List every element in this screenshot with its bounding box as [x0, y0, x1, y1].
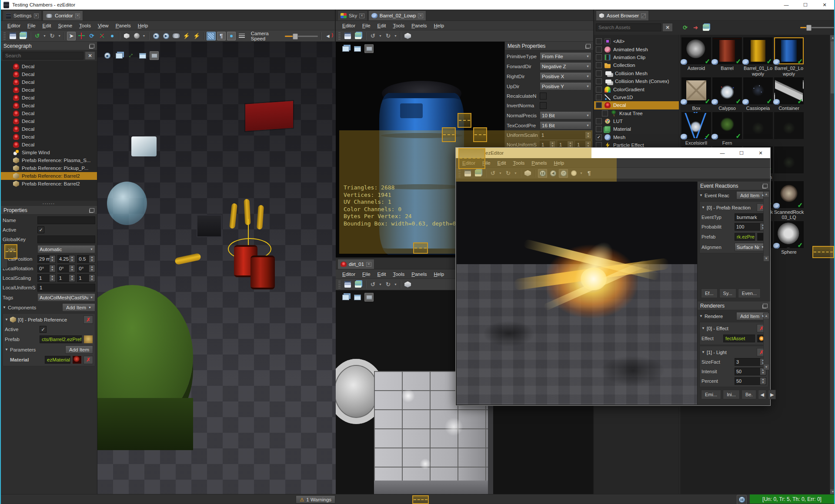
transform-all-icon[interactable]: ⟳	[681, 23, 690, 32]
tab-events[interactable]: Even...	[738, 288, 761, 298]
asset-card[interactable]: ✓Barrel_01_Lowpoly	[743, 37, 773, 76]
type-filter-checkbox[interactable]	[596, 94, 602, 100]
number-spinner[interactable]: 3▲▼	[735, 358, 766, 366]
number-spinner[interactable]: 100▲▼	[735, 223, 766, 231]
save-icon[interactable]	[343, 32, 352, 40]
scenegraph-item[interactable]: Prefab Reference: Barrel2	[1, 180, 97, 188]
property-dropdown[interactable]: 10 Bit▼	[540, 111, 591, 119]
menu-panels[interactable]: Panels	[408, 271, 430, 278]
tab-scroll-left-icon[interactable]: ◀	[758, 390, 766, 399]
pause-simulation-icon[interactable]	[538, 169, 547, 178]
menu-file[interactable]: File	[24, 22, 39, 29]
menu-help[interactable]: Help	[431, 22, 447, 29]
number-spinner[interactable]: 29 m▲▼	[37, 255, 56, 263]
select-tool-icon[interactable]: ➤	[67, 32, 76, 40]
asset-card[interactable]: ✓Box	[681, 77, 711, 111]
number-spinner[interactable]: 1▲▼	[57, 274, 76, 282]
scenegraph-item[interactable]: Decal	[1, 94, 97, 102]
undo-dropdown-icon[interactable]: ▼	[499, 172, 502, 175]
export-image-icon[interactable]	[353, 293, 362, 302]
menu-file[interactable]: File	[359, 22, 374, 29]
menu-edit[interactable]: Edit	[494, 159, 509, 166]
property-dropdown[interactable]: From File▼	[540, 52, 591, 60]
scenegraph-panel-header[interactable]: Scenegraph	[1, 42, 97, 50]
material-asset-field[interactable]: ezMaterialAsset	[45, 356, 70, 364]
visualizers-toggle-icon[interactable]: ¶	[217, 32, 226, 40]
mesh-properties-header[interactable]: Mesh Properties	[505, 42, 593, 50]
tab-initializer[interactable]: Ini...	[723, 390, 740, 399]
scenegraph-item[interactable]: Decal	[1, 109, 97, 117]
loop-simulation-icon[interactable]: ⟳	[559, 169, 568, 178]
status-pause-icon[interactable]	[737, 495, 747, 504]
type-filter-checkbox[interactable]	[596, 78, 602, 84]
asset-reference-field[interactable]: rk.ezPrefab	[735, 233, 755, 241]
redo-dropdown-icon[interactable]: ▼	[58, 34, 61, 37]
save-icon[interactable]	[8, 32, 17, 40]
asset-card[interactable]: ✓ExcelsiorII	[681, 112, 711, 146]
shape-icons-toggle-icon[interactable]	[227, 32, 236, 40]
tab-system[interactable]: Sy...	[719, 288, 736, 298]
collapse-caret-icon[interactable]: ▼	[3, 305, 6, 309]
spinner-arrows-icon[interactable]: ▲▼	[89, 265, 95, 272]
group-header[interactable]: ▼ [0] - Prefab Reaction ✗	[700, 202, 768, 212]
thumbnail-size-slider[interactable]	[800, 24, 834, 31]
toolbar-grip[interactable]	[458, 169, 461, 177]
asset-type-item[interactable]: Collision Mesh	[594, 70, 679, 77]
scroll-up-icon[interactable]: ▲	[830, 35, 835, 40]
scenegraph-item[interactable]: Prefab Reference: Plasma_S...	[1, 156, 97, 164]
translate-gizmo-icon[interactable]	[77, 32, 86, 40]
type-filter-checkbox[interactable]	[596, 38, 602, 44]
number-spinner[interactable]: 0°▲▼	[77, 265, 95, 272]
spinner-arrows-icon[interactable]: ▲▼	[69, 275, 75, 282]
scale-gizmo-icon[interactable]	[97, 32, 106, 40]
type-filter-checkbox[interactable]	[596, 86, 602, 93]
property-dropdown[interactable]: Negative Z▼	[540, 62, 591, 70]
event-reactions-header[interactable]: Event Reactions	[698, 182, 770, 190]
tab-close-icon[interactable]: ✕	[418, 13, 423, 18]
asset-card[interactable]: ✓Cassiopeia	[743, 77, 773, 111]
expand-viewport-icon[interactable]: ⤢	[126, 51, 135, 60]
asset-search-input[interactable]	[596, 23, 661, 31]
asset-type-item[interactable]: Collision Mesh (Convex)	[594, 77, 679, 85]
tab-asset-browser[interactable]: Asset Browser ⤢	[596, 10, 649, 20]
number-spinner[interactable]: 4.25▲▼	[57, 255, 76, 263]
particle-window-titlebar[interactable]: ezEditor — ☐ ✕	[456, 148, 770, 158]
menu-help[interactable]: Help	[551, 159, 567, 166]
menu-tools[interactable]: Tools	[390, 271, 407, 278]
menu-tools[interactable]: Tools	[510, 159, 528, 166]
export-image-icon[interactable]	[353, 44, 362, 53]
redo-icon[interactable]: ↻	[504, 169, 513, 178]
property-dropdown[interactable]: Automatic▼	[37, 245, 95, 253]
asset-type-item[interactable]: Kraut Tree	[594, 109, 679, 117]
redo-icon[interactable]: ↻	[48, 32, 57, 40]
float-panel-icon[interactable]	[586, 44, 591, 48]
undo-icon[interactable]: ↺	[368, 32, 377, 40]
collapse-caret-icon[interactable]: ▼	[701, 350, 705, 354]
undo-dropdown-icon[interactable]: ▼	[379, 283, 382, 286]
menu-panels[interactable]: Panels	[528, 159, 550, 166]
scroll-down-icon[interactable]: ▼	[764, 256, 769, 261]
asset-type-item[interactable]: Material	[594, 125, 679, 133]
close-button[interactable]: ✕	[751, 148, 770, 158]
redo-icon[interactable]: ↻	[384, 280, 393, 289]
property-value-field[interactable]: 1	[37, 284, 95, 292]
transform-asset-icon[interactable]	[403, 32, 412, 40]
simulate-speed-icon[interactable]: ⚡	[192, 32, 201, 40]
property-dropdown[interactable]: Positive Y▼	[540, 82, 591, 90]
number-spinner[interactable]: 1▲▼	[37, 274, 56, 282]
asset-type-item[interactable]: Animation Clip	[594, 53, 679, 61]
menu-edit[interactable]: Edit	[40, 22, 54, 29]
list-view-icon[interactable]	[701, 23, 711, 32]
tab-dirt-01[interactable]: dirt_01 ✕	[337, 259, 374, 269]
float-panel-icon[interactable]	[763, 304, 768, 308]
delete-parameter-icon[interactable]: ✗	[84, 356, 93, 364]
spinner-arrows-icon[interactable]: ▲▼	[50, 265, 55, 272]
property-dropdown[interactable]: Positive X▼	[540, 72, 591, 80]
scenegraph-item[interactable]: Decal	[1, 70, 97, 78]
undo-icon[interactable]: ↺	[488, 169, 498, 178]
tab-close-icon[interactable]: ✕	[366, 262, 371, 267]
properties-panel-header[interactable]: Properties	[1, 206, 97, 215]
box-primitive-icon[interactable]	[122, 32, 131, 40]
snap-settings-icon[interactable]	[107, 32, 116, 40]
rotate-gizmo-icon[interactable]: ⟳	[87, 32, 96, 40]
